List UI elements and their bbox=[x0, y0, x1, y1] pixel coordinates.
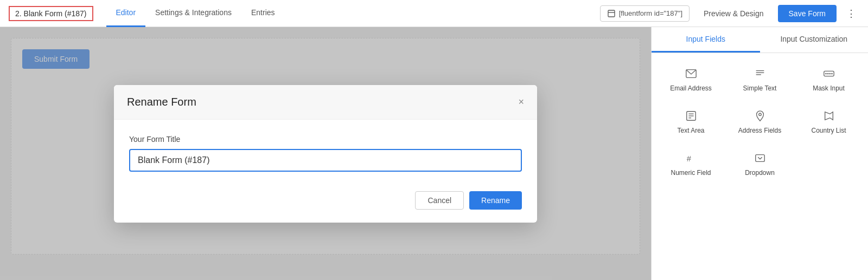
field-simple-text[interactable]: Simple Text bbox=[726, 58, 794, 100]
form-title-input[interactable] bbox=[129, 149, 522, 172]
shortcode-icon bbox=[607, 9, 616, 18]
field-label-address: Address Fields bbox=[738, 127, 781, 134]
save-form-button[interactable]: Save Form bbox=[778, 5, 837, 22]
rename-form-modal: Rename Form × Your Form Title Cancel Ren… bbox=[114, 85, 537, 223]
top-navigation: 2. Blank Form (#187) Editor Settings & I… bbox=[0, 0, 868, 27]
text-icon bbox=[752, 66, 768, 81]
field-label-simple-text: Simple Text bbox=[743, 84, 777, 92]
field-numeric[interactable]: # Numeric Field bbox=[657, 143, 725, 184]
numeric-icon: # bbox=[684, 151, 699, 166]
nav-tabs: Editor Settings & Integrations Entries bbox=[106, 0, 285, 27]
address-icon bbox=[752, 108, 768, 123]
svg-marker-17 bbox=[825, 112, 833, 120]
modal-footer: Cancel Rename bbox=[114, 183, 537, 223]
dropdown-icon bbox=[752, 151, 768, 166]
field-label-country: Country List bbox=[811, 127, 846, 134]
modal-overlay: Rename Form × Your Form Title Cancel Ren… bbox=[0, 27, 651, 280]
nav-right-actions: [fluentform id="187"] Preview & Design S… bbox=[600, 5, 859, 22]
tab-input-customization[interactable]: Input Customization bbox=[760, 27, 869, 53]
field-dropdown[interactable]: Dropdown bbox=[726, 143, 794, 184]
country-icon bbox=[821, 108, 837, 123]
field-text-area[interactable]: Text Area bbox=[657, 101, 725, 142]
rename-button[interactable]: Rename bbox=[469, 191, 522, 210]
input-fields-grid: Email Address Simple Text Mask Input bbox=[652, 53, 868, 190]
textarea-icon bbox=[684, 108, 699, 123]
tab-settings[interactable]: Settings & Integrations bbox=[145, 0, 241, 27]
field-label-mask-input: Mask Input bbox=[813, 84, 845, 92]
field-address-fields[interactable]: Address Fields bbox=[726, 101, 794, 142]
cancel-button[interactable]: Cancel bbox=[415, 191, 464, 210]
tab-input-fields[interactable]: Input Fields bbox=[652, 27, 760, 53]
mask-icon bbox=[821, 66, 837, 81]
field-email-address[interactable]: Email Address bbox=[657, 58, 725, 100]
shortcode-text: [fluentform id="187"] bbox=[619, 9, 682, 17]
field-mask-input[interactable]: Mask Input bbox=[795, 58, 863, 100]
panel-tabs: Input Fields Input Customization bbox=[652, 27, 868, 53]
tab-entries[interactable]: Entries bbox=[241, 0, 285, 27]
form-title-label: Your Form Title bbox=[129, 135, 522, 144]
svg-text:#: # bbox=[686, 154, 691, 163]
modal-title: Rename Form bbox=[127, 96, 196, 108]
main-layout: Submit Form Ad Re bbox=[0, 27, 868, 280]
preview-design-button[interactable]: Preview & Design bbox=[696, 6, 771, 21]
form-canvas-area: Submit Form Ad Re bbox=[0, 27, 651, 280]
svg-rect-19 bbox=[755, 155, 764, 162]
form-title-tab[interactable]: 2. Blank Form (#187) bbox=[9, 6, 93, 21]
field-label-text-area: Text Area bbox=[677, 127, 704, 134]
field-label-numeric: Numeric Field bbox=[671, 169, 711, 177]
right-panel: Input Fields Input Customization Email A… bbox=[651, 27, 868, 280]
field-label-dropdown: Dropdown bbox=[745, 169, 775, 177]
tab-editor[interactable]: Editor bbox=[106, 0, 146, 27]
modal-close-button[interactable]: × bbox=[518, 97, 524, 107]
more-options-button[interactable]: ⋮ bbox=[843, 8, 859, 19]
modal-body: Your Form Title bbox=[114, 120, 537, 183]
shortcode-display[interactable]: [fluentform id="187"] bbox=[600, 5, 690, 22]
svg-point-16 bbox=[758, 113, 761, 116]
svg-rect-0 bbox=[608, 10, 615, 17]
email-icon bbox=[684, 66, 699, 81]
field-label-email: Email Address bbox=[670, 84, 712, 92]
field-country-list[interactable]: Country List bbox=[795, 101, 863, 142]
modal-header: Rename Form × bbox=[114, 85, 537, 120]
